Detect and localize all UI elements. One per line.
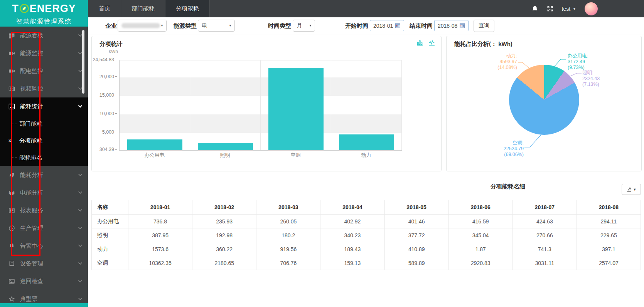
- fullscreen-icon[interactable]: [547, 5, 553, 12]
- table-column-header: 名称: [92, 200, 128, 215]
- energy-type-select[interactable]: 电 ▼: [198, 20, 235, 32]
- brand-logo: TENERGY: [0, 0, 88, 17]
- chevron-down-icon: [78, 209, 83, 212]
- sidebar-item[interactable]: 视频监控: [0, 80, 88, 97]
- table-row: 照明387.95192.98180.2340.23377.72345.04270…: [92, 228, 641, 242]
- bar[interactable]: [198, 143, 253, 150]
- value-cell: 345.04: [448, 228, 513, 242]
- value-cell: 235.93: [192, 215, 256, 228]
- brand-logo-rest: ENERGY: [30, 3, 76, 15]
- sidebar-item-label: 典型票: [20, 295, 78, 303]
- bell-icon: [8, 242, 15, 249]
- sidebar-item[interactable]: 能耗统计: [0, 97, 88, 115]
- value-cell: 410.89: [384, 242, 448, 256]
- avatar[interactable]: [585, 2, 598, 15]
- chevron-down-icon: [78, 262, 83, 265]
- sidebar-scrollbar[interactable]: [82, 30, 84, 94]
- active-arrow-icon: »: [8, 137, 11, 143]
- line-chart-toggle-icon[interactable]: [428, 39, 435, 46]
- chevron-down-icon: [78, 105, 83, 108]
- sidebar-subitem[interactable]: 部门能耗: [0, 115, 88, 132]
- value-cell: 159.13: [320, 256, 384, 270]
- row-name-cell: 空调: [92, 256, 128, 270]
- sidebar-item[interactable]: 告警中心: [0, 237, 88, 255]
- table-row: 办公用电736.8235.93260.05402.92401.46416.594…: [92, 215, 641, 228]
- start-date-value: 2018-01: [373, 23, 393, 29]
- pie-slice-label: 办公用电:3172.49(9.73%): [568, 53, 610, 70]
- sidebar-subitem-label: 部门能耗: [19, 120, 42, 127]
- x-tick-label: 办公用电: [119, 152, 190, 159]
- nav-tab[interactable]: 分项能耗: [165, 0, 210, 17]
- table-column-header: 2018-07: [513, 200, 577, 215]
- bar[interactable]: [339, 134, 394, 150]
- sidebar-item[interactable]: 能耗分析: [0, 166, 88, 184]
- sidebar-item[interactable]: 配电监控: [0, 62, 88, 80]
- pie-chart-title: 能耗占比分析(： kWh): [454, 40, 513, 48]
- value-cell: 192.98: [192, 228, 256, 242]
- query-button[interactable]: 查询: [474, 20, 494, 32]
- pie-slice-label: 空调:22524.79(69.06%): [484, 140, 524, 158]
- value-cell: 401.46: [384, 215, 448, 228]
- star-icon: [8, 295, 15, 302]
- table-column-header: 2018-03: [256, 200, 320, 215]
- sidebar: TENERGY 智慧能源管理系统 能源看板能源监控配电监控视频监控能耗统计部门能…: [0, 0, 88, 307]
- notification-bell-icon[interactable]: [531, 5, 538, 12]
- end-date-input[interactable]: 2018-08: [434, 20, 469, 31]
- value-cell: 1.87: [448, 242, 513, 256]
- value-cell: 360.22: [192, 242, 256, 256]
- y-tick-label: 20,000: [92, 74, 117, 79]
- calendar-icon[interactable]: [395, 23, 400, 28]
- gridline: [331, 60, 331, 150]
- bar[interactable]: [127, 139, 182, 150]
- sidebar-item[interactable]: 能源看板: [0, 27, 88, 44]
- app-root: TENERGY 智慧能源管理系统 能源看板能源监控配电监控视频监控能耗统计部门能…: [0, 0, 644, 307]
- sidebar-item-label: 能耗统计: [20, 103, 78, 110]
- book-icon: [8, 260, 15, 267]
- end-time-label: 结束时间: [410, 17, 433, 35]
- sidebar-item[interactable]: ₩电能分析: [0, 184, 88, 201]
- won-icon: ₩: [8, 189, 15, 196]
- leaf-ring-icon: [19, 3, 29, 13]
- sidebar-item-label: 电能分析: [20, 189, 78, 196]
- pie-slice-label: 动力:4593.97(14.08%): [482, 53, 517, 70]
- start-date-input[interactable]: 2018-01: [370, 20, 404, 31]
- sidebar-menu: 能源看板能源监控配电监控视频监控能耗统计部门能耗»分项能耗能耗排名能耗分析₩电能…: [0, 27, 88, 307]
- topbar: 首页部门能耗分项能耗 test ▼: [88, 0, 644, 17]
- sidebar-item[interactable]: 设备管理: [0, 255, 88, 272]
- sidebar-subitem[interactable]: 能耗排名: [0, 149, 88, 166]
- table-column-header: 2018-06: [448, 200, 513, 215]
- value-cell: 180.2: [256, 228, 320, 242]
- detail-table: 名称2018-012018-022018-032018-042018-05201…: [91, 200, 641, 270]
- sidebar-item[interactable]: 巡回检查: [0, 272, 88, 290]
- x-tick-label: 照明: [190, 152, 260, 159]
- table-column-header: 2018-08: [577, 200, 641, 215]
- nav-tab[interactable]: 首页: [88, 0, 121, 17]
- nav-tab[interactable]: 部门能耗: [121, 0, 165, 17]
- enterprise-select[interactable]: ▼: [118, 20, 167, 32]
- leaf-icon: [8, 171, 15, 178]
- camera-icon: [8, 67, 15, 74]
- bar[interactable]: [268, 68, 324, 150]
- export-button[interactable]: ▼: [622, 184, 641, 195]
- camera-icon: [8, 50, 15, 57]
- user-menu[interactable]: test ▼: [562, 6, 577, 12]
- sidebar-item[interactable]: 能源监控: [0, 44, 88, 62]
- sidebar-subitem[interactable]: »分项能耗: [0, 132, 88, 149]
- chevron-down-icon: ▼: [633, 188, 637, 191]
- bar-chart-toggle-icon[interactable]: [416, 39, 423, 46]
- sidebar-item-label: 告警中心: [20, 242, 78, 250]
- row-name-cell: 动力: [92, 242, 128, 256]
- sidebar-footer: [0, 303, 88, 307]
- calendar-icon[interactable]: [460, 23, 465, 28]
- value-cell: 1573.6: [128, 242, 192, 256]
- chevron-down-icon: [78, 173, 83, 176]
- sidebar-item[interactable]: 生产管理: [0, 219, 88, 237]
- value-cell: 294.11: [577, 215, 641, 228]
- sidebar-item-label: 生产管理: [20, 225, 78, 232]
- x-axis: 办公用电照明空调动力: [119, 152, 401, 159]
- report-icon: [8, 207, 15, 214]
- dashboard-icon: [8, 32, 15, 39]
- bar-chart-panel: 分项统计 kWh 304.395,00010,00015,00020,00024…: [91, 36, 442, 171]
- time-type-select[interactable]: 月 ▼: [293, 20, 315, 32]
- sidebar-item[interactable]: 报表服务: [0, 201, 88, 219]
